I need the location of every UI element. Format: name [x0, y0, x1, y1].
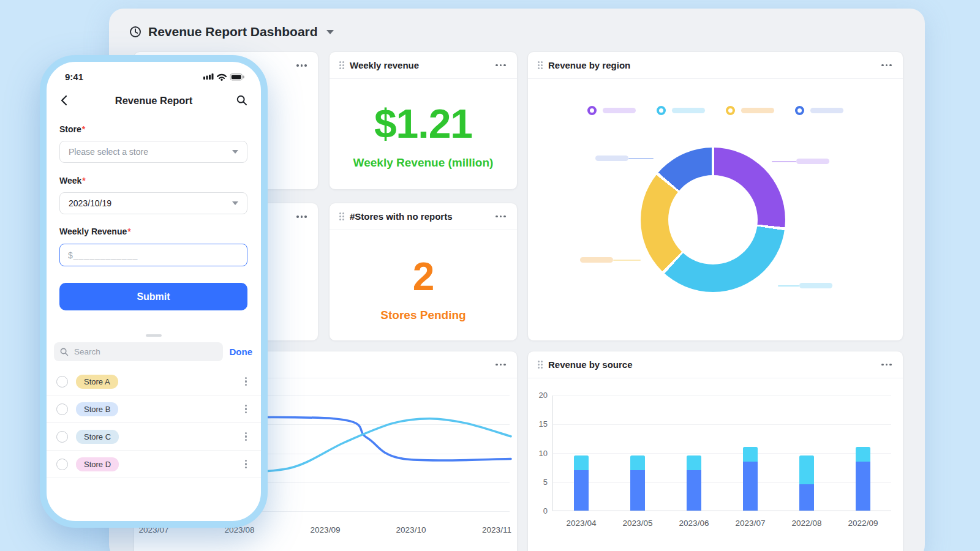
- store-badge: Store B: [76, 402, 118, 416]
- chevron-down-icon[interactable]: [326, 30, 334, 34]
- y-axis-tick-label: 5: [529, 478, 548, 487]
- store-list-item[interactable]: Store A: [47, 368, 261, 395]
- radio-button[interactable]: [56, 431, 68, 443]
- sheet-drag-handle[interactable]: [146, 334, 162, 337]
- x-axis-label: 2022/08: [792, 519, 822, 528]
- kebab-menu-icon[interactable]: [243, 458, 249, 471]
- card-title: Revenue by region: [548, 60, 630, 70]
- legend-dot-icon: [657, 106, 666, 115]
- kebab-menu-icon[interactable]: [243, 430, 249, 443]
- store-list-item[interactable]: Store C: [47, 423, 261, 451]
- bar-column: 2023/05: [609, 395, 666, 511]
- legend-label-skeleton: [672, 108, 705, 113]
- store-select[interactable]: Please select a store: [59, 141, 247, 163]
- phone-nav-bar: Revenue Report: [47, 91, 261, 110]
- card-revenue-by-source: Revenue by source 20151050 2023/042023/0…: [527, 351, 903, 551]
- store-select-placeholder: Please select a store: [69, 147, 148, 157]
- sheet-search-box[interactable]: [54, 342, 223, 361]
- kebab-menu-icon[interactable]: [243, 403, 249, 416]
- bar-segment: [687, 455, 701, 470]
- page-title: Revenue Report Dashboard: [148, 24, 318, 39]
- phone-status-bar: 9:41: [47, 70, 261, 83]
- donut-chart: [641, 148, 785, 292]
- legend-label-skeleton: [741, 108, 774, 113]
- bar-column: 2023/06: [666, 395, 722, 511]
- bar-segment: [630, 455, 645, 470]
- kpi-value: 2: [413, 257, 434, 296]
- x-axis-label: 2022/09: [848, 519, 878, 528]
- legend-item: [795, 106, 843, 115]
- store-badge: Store C: [76, 430, 119, 444]
- more-menu-icon[interactable]: [295, 62, 308, 69]
- history-icon[interactable]: [129, 25, 142, 39]
- card-title: Revenue by source: [548, 359, 633, 370]
- more-menu-icon[interactable]: [494, 62, 507, 69]
- more-menu-icon[interactable]: [880, 62, 893, 69]
- bar-segment: [799, 455, 814, 484]
- sheet-search-input[interactable]: [73, 347, 217, 357]
- wifi-icon: [217, 75, 226, 78]
- legend-dot-icon: [795, 106, 804, 115]
- more-menu-icon[interactable]: [295, 213, 308, 220]
- chevron-down-icon: [232, 150, 238, 154]
- phone-mockup: 9:41 Revenue Report: [40, 55, 268, 528]
- more-menu-icon[interactable]: [880, 361, 893, 369]
- required-mark: *: [82, 124, 85, 134]
- bar-column: 2022/09: [835, 395, 891, 511]
- status-icons: [203, 72, 245, 81]
- y-axis-tick-label: 20: [529, 391, 548, 400]
- week-field-label: Week*: [59, 176, 86, 186]
- bar-segment: [856, 447, 870, 462]
- week-select[interactable]: 2023/10/19: [59, 192, 247, 214]
- legend-item: [726, 106, 774, 115]
- card-stores-pending: #Stores with no reports 2 Stores Pending: [329, 203, 518, 341]
- kebab-menu-icon[interactable]: [243, 375, 249, 388]
- drag-handle-icon[interactable]: [339, 212, 344, 220]
- donut-callout: [772, 159, 829, 164]
- back-icon[interactable]: [60, 95, 69, 106]
- radio-button[interactable]: [56, 459, 68, 470]
- card-weekly-revenue: Weekly revenue $1.21 Weekly Revenue (mil…: [329, 51, 518, 190]
- chevron-down-icon: [232, 201, 238, 205]
- bar-segment: [574, 455, 589, 470]
- signal-icon: [203, 73, 214, 80]
- x-axis-label: 2023/05: [623, 519, 653, 528]
- x-axis-label: 2023/04: [567, 519, 597, 528]
- donut-callout: [580, 257, 641, 263]
- revenue-field-label: Weekly Revenue*: [59, 227, 131, 236]
- revenue-input[interactable]: [59, 244, 247, 266]
- legend-dot-icon: [587, 106, 597, 115]
- line-series: [234, 419, 511, 473]
- store-list-item[interactable]: Store D: [47, 451, 261, 478]
- bar-segment: [856, 462, 870, 511]
- legend-item: [657, 106, 705, 115]
- required-mark: *: [127, 227, 130, 236]
- search-icon[interactable]: [236, 95, 247, 106]
- kpi-caption: Weekly Revenue (million): [353, 156, 494, 170]
- search-icon: [60, 348, 69, 356]
- bar-column: 2022/08: [778, 395, 835, 511]
- radio-button[interactable]: [56, 403, 68, 415]
- drag-handle-icon[interactable]: [538, 361, 543, 369]
- bar-segment: [630, 470, 645, 511]
- y-axis-tick-label: 15: [529, 419, 548, 429]
- radio-button[interactable]: [56, 376, 68, 388]
- submit-button[interactable]: Submit: [59, 283, 247, 310]
- x-axis-label: 2023/11: [482, 525, 511, 534]
- y-axis-tick-label: 10: [529, 449, 548, 458]
- phone-page-title: Revenue Report: [47, 95, 261, 107]
- drag-handle-icon[interactable]: [538, 61, 543, 69]
- bar-segment: [743, 462, 758, 511]
- bar-chart: 2023/042023/052023/062023/072022/082022/…: [552, 395, 891, 511]
- card-revenue-by-region: Revenue by region: [527, 51, 903, 341]
- dashboard-header: Revenue Report Dashboard: [129, 24, 334, 39]
- done-button[interactable]: Done: [230, 347, 253, 357]
- donut-legend: [528, 106, 903, 115]
- card-title: #Stores with no reports: [350, 211, 453, 222]
- more-menu-icon[interactable]: [494, 213, 507, 220]
- x-axis-label: 2023/09: [311, 525, 341, 534]
- legend-label-skeleton: [603, 108, 636, 113]
- store-list-item[interactable]: Store B: [47, 395, 261, 423]
- card-title: Weekly revenue: [350, 60, 419, 70]
- drag-handle-icon[interactable]: [339, 61, 344, 69]
